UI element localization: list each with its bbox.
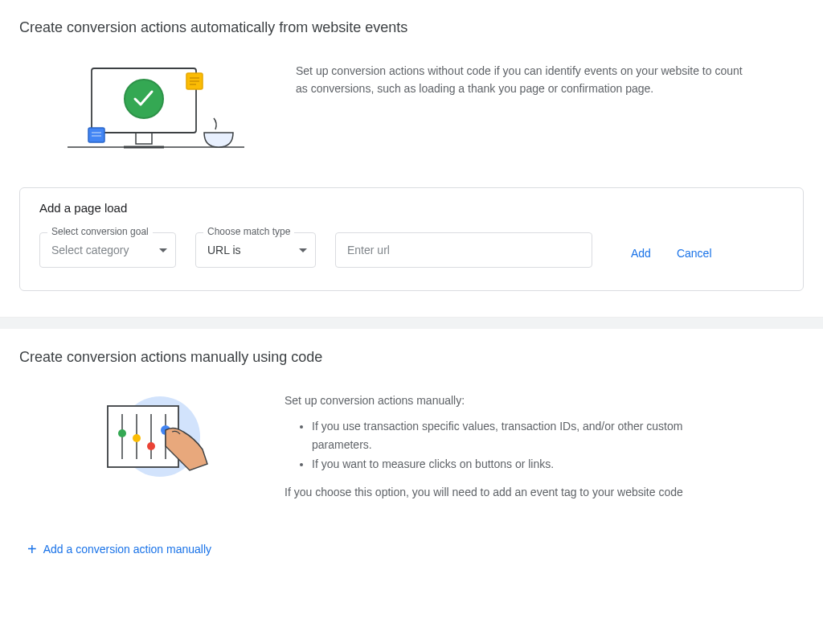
hero-row: Set up conversion actions manually: If y… [19, 388, 804, 509]
match-type-field: Choose match type URL is [195, 232, 316, 268]
match-type-value: URL is [207, 244, 241, 256]
caret-down-icon [299, 248, 307, 252]
svg-point-15 [118, 429, 126, 437]
add-conversion-manually-button[interactable]: + Add a conversion action manually [19, 541, 804, 557]
add-button[interactable]: Add [631, 247, 651, 260]
url-input[interactable] [335, 232, 592, 268]
match-type-label: Choose match type [203, 226, 294, 237]
conversion-goal-label: Select conversion goal [47, 226, 153, 237]
cancel-button[interactable]: Cancel [677, 247, 712, 260]
conversion-goal-value: Select category [51, 244, 129, 256]
manual-intro: Set up conversion actions manually: [285, 392, 735, 409]
conversion-goal-field: Select conversion goal Select category [39, 232, 176, 268]
url-field [335, 232, 592, 268]
svg-rect-1 [136, 133, 152, 144]
sliders-hand-illustration [92, 388, 212, 485]
manual-bullet: If you use transaction specific values, … [312, 417, 735, 453]
add-manual-label: Add a conversion action manually [43, 543, 211, 556]
svg-rect-9 [88, 128, 104, 142]
section-description: Set up conversion actions without code i… [296, 59, 746, 98]
manual-conversion-section: Create conversion actions manually using… [0, 330, 823, 583]
manual-bullet: If you want to measure clicks on buttons… [312, 455, 735, 473]
section-title: Create conversion actions manually using… [19, 349, 804, 366]
svg-point-19 [147, 442, 155, 450]
add-page-load-card: Add a page load Select conversion goal S… [19, 187, 804, 291]
card-actions: Add Cancel [631, 247, 712, 268]
svg-point-17 [133, 434, 141, 442]
manual-description: Set up conversion actions manually: If y… [285, 388, 735, 509]
form-row: Select conversion goal Select category C… [39, 232, 784, 268]
match-type-select[interactable]: URL is [195, 232, 316, 268]
hero-row: Set up conversion actions without code i… [19, 59, 804, 155]
section-title: Create conversion actions automatically … [19, 19, 804, 36]
conversion-goal-select[interactable]: Select category [39, 232, 176, 268]
card-title: Add a page load [39, 201, 784, 215]
svg-point-4 [125, 80, 163, 118]
auto-conversion-section: Create conversion actions automatically … [0, 0, 823, 317]
caret-down-icon [159, 248, 167, 252]
manual-outro: If you choose this option, you will need… [285, 483, 735, 501]
section-divider [0, 317, 823, 330]
monitor-checkmark-illustration [68, 59, 244, 155]
plus-icon: + [27, 541, 37, 557]
